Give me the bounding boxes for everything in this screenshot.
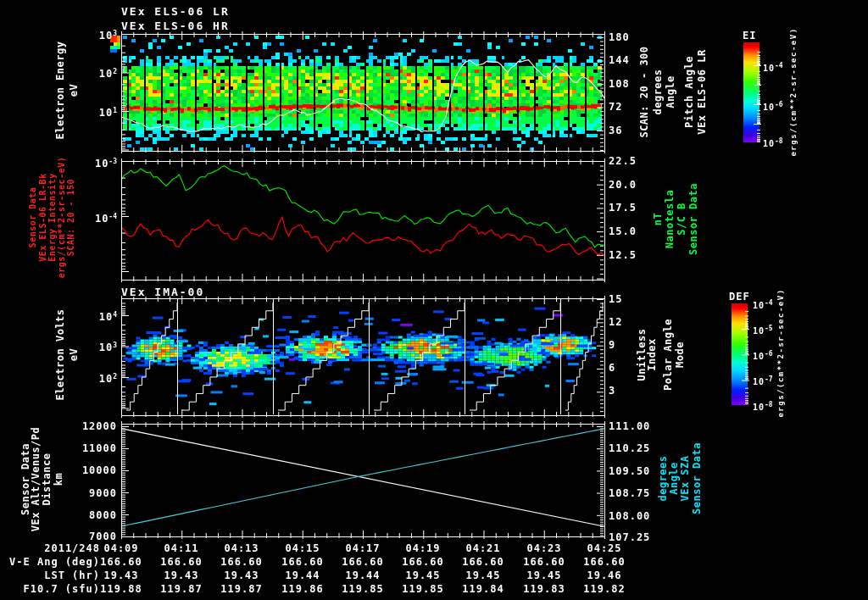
colorbar-ei-title: EI	[743, 30, 756, 42]
ima-index-axis-tick: 12	[609, 316, 670, 328]
altitude-axis-tick: 7000	[58, 531, 117, 542]
vex-quicklook-plot: VEx ELS-06 LR VEx ELS-06 HR VEx IMA-00 E…	[0, 0, 868, 600]
row-value: 166.60	[153, 556, 209, 568]
altitude-axis-tick: 11000	[58, 442, 117, 454]
sza-axis-tick: 110.25	[609, 442, 670, 454]
row-value: 166.60	[335, 556, 391, 568]
def-colorbar-axis-tick: 10-5	[753, 323, 814, 337]
ei-colorbar-axis-tick: 10-6	[763, 99, 824, 114]
bfield-axis-tick: 12.5	[609, 249, 670, 261]
row-label: V-E Ang (deg)	[0, 556, 100, 568]
ima-index-axis-tick: 6	[609, 362, 670, 374]
els-pitch-axis-tick: 144	[609, 54, 670, 66]
els-energy-axis-tick: 103	[58, 28, 117, 42]
sza-axis-tick: 108.75	[609, 487, 670, 499]
row-value: 119.82	[576, 583, 632, 595]
ei-units-label: ergs/(cm**2-sr-sec-eV)	[788, 0, 799, 245]
sza-axis-tick: 108.00	[609, 510, 670, 522]
altitude-axis-tick: 9000	[58, 487, 117, 499]
def-colorbar-axis-tick: 10-4	[753, 297, 814, 312]
row-value: 119.83	[516, 583, 572, 595]
ima-energy-axis-tick: 102	[58, 371, 117, 385]
panel1-title-hr: VEx ELS-06 HR	[121, 19, 230, 32]
ima-left-label: eV	[69, 203, 80, 508]
row-value: 166.60	[395, 556, 451, 568]
row-value: 04:21	[455, 542, 511, 554]
row-label: 2011/248	[0, 542, 100, 554]
intensity-axis-tick: 10-3	[58, 156, 117, 169]
row-value: 19.45	[395, 569, 451, 581]
intensity-axis-tick: 10-4	[58, 211, 117, 225]
altitude-axis-tick: 12000	[58, 420, 117, 432]
row-value: 166.60	[214, 556, 270, 568]
els-pitch-axis-tick: 180	[609, 31, 670, 43]
row-value: 04:09	[93, 542, 149, 554]
row-value: 19.46	[576, 569, 632, 581]
row-value: 166.60	[455, 556, 511, 568]
row-value: 19.44	[335, 569, 391, 581]
row-value: 119.87	[214, 583, 270, 595]
row-value: 19.43	[214, 569, 270, 581]
row-value: 19.45	[455, 569, 511, 581]
row-value: 04:15	[275, 542, 331, 554]
row-value: 119.86	[275, 583, 331, 595]
sza-axis-tick: 107.25	[609, 531, 670, 543]
sza-right-label: VEx SZA	[680, 326, 691, 600]
row-value: 119.87	[153, 583, 209, 595]
ima-index-axis-tick: 9	[609, 339, 670, 351]
row-value: 19.43	[93, 569, 149, 581]
row-value: 19.43	[153, 569, 209, 581]
ei-colorbar-axis-tick: 10-4	[763, 60, 824, 75]
bfield-axis-tick: 22.5	[609, 155, 670, 167]
ei-colorbar-axis-tick: 10-8	[763, 136, 824, 150]
row-value: 04:13	[214, 542, 270, 554]
ima-energy-axis-tick: 104	[58, 309, 117, 323]
els-pitch-axis-tick: 72	[609, 101, 670, 113]
row-value: 04:25	[576, 542, 632, 554]
bfield-axis-tick: 20.0	[609, 179, 670, 191]
panel3-title: VEx IMA-00	[121, 286, 204, 298]
els-pitch-axis-tick: 108	[609, 78, 670, 90]
row-value: 166.60	[516, 556, 572, 568]
altitude-axis-tick: 10000	[58, 464, 117, 476]
row-value: 04:17	[335, 542, 391, 554]
row-label: LST (hr)	[0, 569, 100, 581]
row-value: 19.45	[516, 569, 572, 581]
row-value: 119.84	[455, 583, 511, 595]
els-pitch-axis-tick: 36	[609, 125, 670, 136]
def-colorbar-axis-tick: 10-7	[753, 374, 814, 388]
ima-index-axis-tick: 15	[609, 293, 670, 305]
row-value: 119.85	[335, 583, 391, 595]
def-colorbar-axis-tick: 10-6	[753, 348, 814, 363]
def-colorbar-axis-tick: 10-8	[753, 399, 814, 414]
row-value: 19.44	[275, 569, 331, 581]
els-energy-axis-tick: 102	[58, 66, 117, 80]
panel1-title-lr: VEx ELS-06 LR	[121, 5, 230, 18]
ima-energy-axis-tick: 103	[58, 340, 117, 353]
sza-right-label: Sensor Data	[692, 326, 703, 600]
els-energy-axis-tick: 101	[58, 105, 117, 119]
colorbar-def-title: DEF	[729, 291, 750, 303]
row-value: 166.60	[93, 556, 149, 568]
sza-axis-tick: 111.00	[609, 420, 670, 432]
row-value: 166.60	[576, 556, 632, 568]
sza-axis-tick: 109.50	[609, 465, 670, 477]
altitude-axis-tick: 8000	[58, 509, 117, 521]
row-value: 119.85	[395, 583, 451, 595]
row-value: 119.88	[93, 583, 149, 595]
ima-index-axis-tick: 3	[609, 385, 670, 397]
row-label: F10.7 (sfu)	[0, 583, 100, 595]
row-value: 04:19	[395, 542, 451, 554]
row-value: 04:23	[516, 542, 572, 554]
row-value: 166.60	[275, 556, 331, 568]
row-value: 04:11	[153, 542, 209, 554]
bfield-axis-tick: 17.5	[609, 202, 670, 214]
bfield-axis-tick: 15.0	[609, 225, 670, 237]
